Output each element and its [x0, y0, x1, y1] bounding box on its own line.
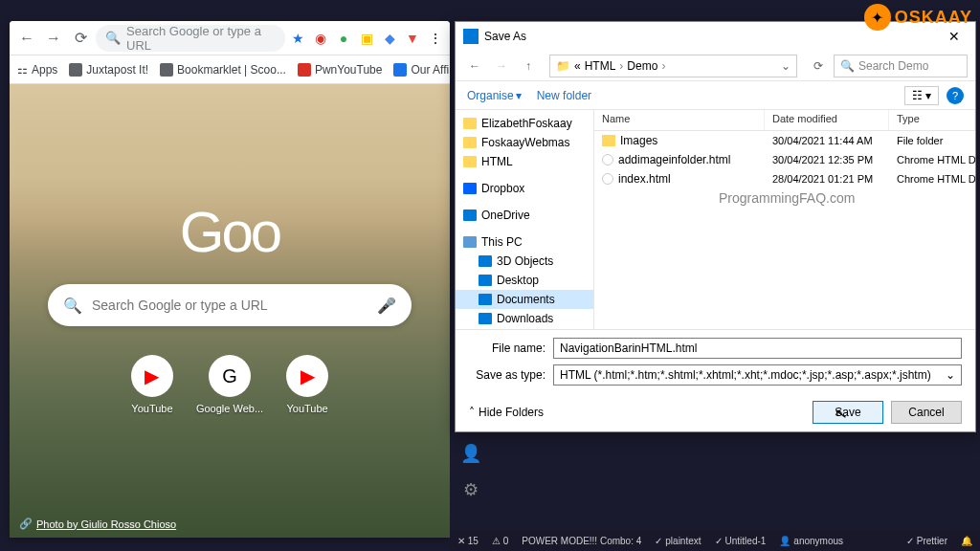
chevron-right-icon: › [661, 59, 665, 73]
saveas-select[interactable]: HTML (*.html;*.htm;*.shtml;*.xhtml;*.xht… [553, 364, 962, 386]
brand-icon: ✦ [864, 4, 891, 31]
file-row[interactable]: index.html28/04/2021 01:21 PMChrome HTML… [594, 169, 975, 188]
back-button[interactable]: ← [15, 27, 38, 50]
folder-icon [479, 294, 492, 305]
file-name[interactable]: ✓ Untitled-1 [715, 536, 767, 546]
dialog-body: ElizabethFoskaayFoskaayWebmasHTMLDropbox… [456, 110, 975, 329]
col-name[interactable]: Name [594, 110, 765, 130]
bookmark-item[interactable]: PwnYouTube [298, 63, 383, 77]
dialog-nav: ← → ↑ 📁 « HTML › Demo › ⌄ ⟳ 🔍 Search Dem… [456, 51, 975, 81]
saveas-label: Save as type: [469, 368, 546, 382]
omnibox[interactable]: 🔍 Search Google or type a URL [96, 25, 285, 52]
chevron-down-icon[interactable]: ⌄ [781, 59, 791, 73]
breadcrumb-seg[interactable]: HTML [585, 59, 616, 73]
view-mode-button[interactable]: ☷ ▾ [904, 86, 939, 105]
html-file-icon [602, 173, 613, 185]
bookmark-item[interactable]: Bookmarklet | Scoo... [160, 63, 286, 77]
tree-item[interactable]: ElizabethFoskaay [456, 114, 593, 133]
hide-folders-toggle[interactable]: ˄ Hide Folders [469, 406, 544, 419]
shortcut-youtube-2[interactable]: ▶ YouTube [286, 355, 328, 414]
help-button[interactable]: ? [947, 87, 964, 104]
organise-menu[interactable]: Organise ▾ [467, 89, 522, 102]
bookmark-item[interactable]: Our Affiliate Progra... [393, 63, 450, 77]
column-headers: Name Date modified Type [594, 110, 975, 131]
file-row[interactable]: addimageinfolder.html30/04/2021 12:35 PM… [594, 150, 975, 169]
tree-item[interactable]: Downloads [456, 309, 593, 328]
omnibox-placeholder: Search Google or type a URL [126, 24, 276, 53]
youtube-icon: ▶ [131, 355, 173, 397]
power-mode[interactable]: POWER MODE!!! Combo: 4 [522, 536, 641, 546]
mic-icon[interactable]: 🎤 [377, 297, 396, 315]
shortcut-google[interactable]: G Google Web... [196, 355, 263, 414]
reload-button[interactable]: ⟳ [69, 27, 92, 50]
folder-icon [479, 313, 492, 324]
col-type[interactable]: Type [889, 110, 975, 130]
watermark-text: ProgrammingFAQ.com [719, 190, 855, 206]
bookmark-icon [160, 63, 173, 77]
dialog-title-text: Save As [484, 30, 526, 43]
warnings-count[interactable]: ⚠ 0 [492, 536, 508, 546]
nav-back[interactable]: ← [463, 55, 486, 77]
ext-icon-3[interactable]: ▣ [358, 30, 375, 47]
folder-icon [463, 118, 477, 129]
ext-icon-6[interactable]: ⋮ [427, 30, 444, 47]
tree-item[interactable]: Documents [456, 290, 593, 309]
folder-icon [463, 137, 477, 148]
search-box[interactable]: 🔍 🎤 [48, 284, 412, 326]
nav-forward[interactable]: → [490, 55, 513, 77]
bookmarks-bar: ⚏Apps Juxtapost It! Bookmarklet | Scoo..… [10, 55, 450, 84]
cancel-button[interactable]: Cancel [891, 401, 962, 424]
tree-item[interactable]: FoskaayWebmas [456, 133, 593, 152]
forward-button[interactable]: → [42, 27, 65, 50]
lang-mode[interactable]: ✓ plaintext [655, 536, 701, 546]
bell-icon[interactable]: 🔔 [961, 536, 972, 546]
col-date[interactable]: Date modified [765, 110, 889, 130]
breadcrumb[interactable]: 📁 « HTML › Demo › ⌄ [549, 55, 797, 77]
filename-input[interactable] [553, 338, 962, 359]
refresh-button[interactable]: ⟳ [807, 55, 830, 77]
search-icon: 🔍 [63, 297, 82, 315]
tree-item[interactable]: OneDrive [456, 206, 593, 225]
apps-button[interactable]: ⚏Apps [17, 63, 57, 77]
shortcut-youtube[interactable]: ▶ YouTube [131, 355, 173, 414]
bookmark-icon [298, 63, 311, 77]
file-row[interactable]: Images30/04/2021 11:44 AMFile folder [594, 131, 975, 150]
nav-up[interactable]: ↑ [517, 55, 540, 77]
prettier-status[interactable]: ✓ Prettier [906, 536, 947, 546]
new-folder-button[interactable]: New folder [537, 89, 591, 102]
tree-item[interactable]: 3D Objects [456, 252, 593, 271]
folder-icon [463, 209, 477, 221]
tree-item[interactable]: Dropbox [456, 179, 593, 198]
settings-icon[interactable]: ⚙ [459, 478, 482, 501]
search-input[interactable] [92, 298, 368, 313]
ext-icon-5[interactable]: ▼ [404, 30, 421, 47]
chevron-up-icon: ˄ [469, 406, 475, 419]
accounts-icon[interactable]: 👤 [459, 442, 482, 465]
star-icon[interactable]: ★ [289, 30, 306, 47]
bookmark-item[interactable]: Juxtapost It! [69, 63, 148, 77]
errors-count[interactable]: ✕ 15 [457, 536, 479, 546]
tree-item[interactable]: This PC [456, 232, 593, 252]
folder-icon [463, 236, 477, 248]
breadcrumb-seg[interactable]: Demo [627, 59, 657, 73]
apps-icon: ⚏ [17, 63, 28, 77]
tree-item[interactable]: HTML [456, 152, 593, 171]
vscode-icon [463, 29, 479, 44]
dialog-footer: File name: Save as type: HTML (*.html;*.… [456, 329, 975, 393]
folder-icon [479, 255, 492, 267]
chrome-window: ← → ⟳ 🔍 Search Google or type a URL ★ ◉ … [10, 21, 450, 538]
chevron-down-icon: ⌄ [946, 368, 955, 382]
folder-icon: 📁 [556, 59, 570, 73]
save-as-dialog: Save As ✕ ← → ↑ 📁 « HTML › Demo › ⌄ ⟳ 🔍 … [455, 21, 976, 432]
ext-icon-1[interactable]: ◉ [312, 30, 329, 47]
ext-icon-4[interactable]: ◆ [381, 30, 398, 47]
tree-item[interactable]: Desktop [456, 271, 593, 290]
search-field[interactable]: 🔍 Search Demo [834, 55, 968, 77]
photo-credit[interactable]: 🔗 Photo by Giulio Rosso Chioso [19, 518, 176, 530]
ext-icon-2[interactable]: ● [335, 30, 352, 47]
shortcuts-row: ▶ YouTube G Google Web... ▶ YouTube [131, 355, 328, 414]
user-status[interactable]: 👤 anonymous [779, 536, 843, 546]
vscode-activitybar: 👤 ⚙ [450, 432, 492, 530]
youtube-icon: ▶ [286, 355, 328, 397]
chevron-down-icon: ▾ [516, 89, 522, 102]
